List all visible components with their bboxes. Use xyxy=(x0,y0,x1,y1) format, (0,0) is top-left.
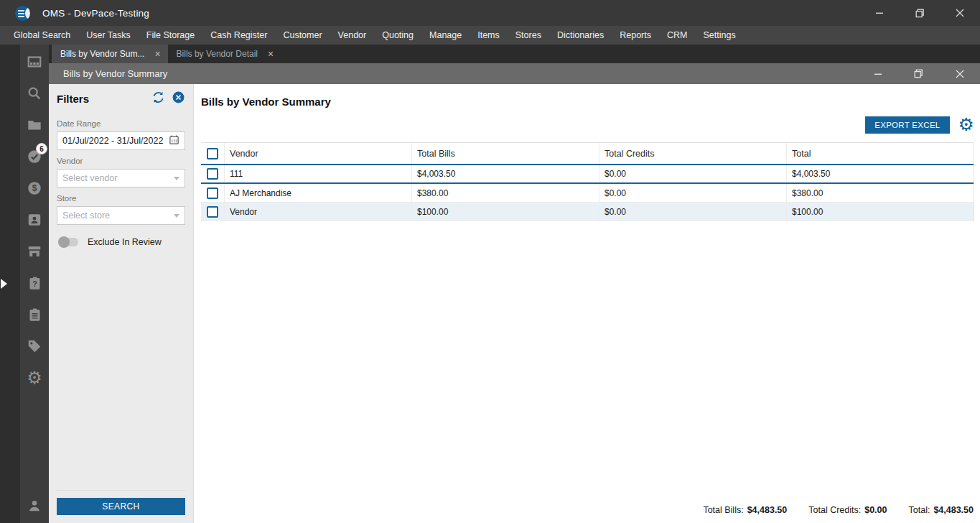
total-bills-value: $4,483.50 xyxy=(747,505,788,515)
sidebar-item-orders[interactable] xyxy=(20,299,49,330)
table-row[interactable]: AJ Merchandise$380.00$0.00$380.00 xyxy=(201,184,974,203)
left-sidebar: 6 $ xyxy=(0,45,49,523)
sidebar-item-settings[interactable]: ⚙ xyxy=(20,362,49,394)
menu-item-crm[interactable]: CRM xyxy=(659,27,695,43)
sidebar-item-help-tasks[interactable]: ? xyxy=(20,267,49,299)
money-icon: $ xyxy=(27,180,42,196)
tab-close-icon[interactable]: × xyxy=(154,49,160,59)
inner-window-titlebar: Bills by Vendor Summary xyxy=(49,63,980,84)
tab-bills-by-vendor-detail[interactable]: Bills by Vendor Detail× xyxy=(168,45,281,63)
clipboard-question-icon: ? xyxy=(27,276,42,291)
export-excel-button[interactable]: EXPORT EXCEL xyxy=(865,116,949,134)
menu-item-quoting[interactable]: Quoting xyxy=(374,27,421,43)
sidebar-item-stores[interactable] xyxy=(20,236,49,267)
menu-item-cash-register[interactable]: Cash Register xyxy=(202,27,275,43)
sidebar-item-profile[interactable] xyxy=(20,490,49,522)
clear-filters-icon[interactable] xyxy=(172,91,185,107)
table-cell: $100.00 xyxy=(411,203,599,221)
tag-icon xyxy=(27,338,42,354)
calendar-icon[interactable] xyxy=(169,134,179,147)
store-select-placeholder: Select store xyxy=(62,210,174,221)
inner-restore-button[interactable] xyxy=(898,63,939,84)
menu-item-customer[interactable]: Customer xyxy=(275,27,330,43)
tab-close-icon[interactable]: × xyxy=(268,49,274,59)
sidebar-item-files[interactable] xyxy=(20,109,49,141)
window-titlebar: OMS - DevPace-Testing xyxy=(0,0,980,26)
menu-item-global-search[interactable]: Global Search xyxy=(6,27,78,43)
svg-text:$: $ xyxy=(32,183,37,193)
sidebar-item-tags[interactable] xyxy=(20,330,49,362)
select-all-checkbox[interactable] xyxy=(201,143,224,164)
total-credits-value: $0.00 xyxy=(864,505,887,515)
menu-item-vendor[interactable]: Vendor xyxy=(330,27,375,43)
sidebar-item-money[interactable]: $ xyxy=(20,172,49,204)
gear-icon: ⚙ xyxy=(27,369,42,387)
sidebar-item-dashboard[interactable] xyxy=(20,46,49,78)
minimize-button[interactable] xyxy=(859,0,900,26)
document-tab-bar: Bills by Vendor Sum...×Bills by Vendor D… xyxy=(49,45,980,63)
svg-text:?: ? xyxy=(32,279,37,287)
vendor-select-placeholder: Select vendor xyxy=(62,173,174,183)
menu-item-items[interactable]: Items xyxy=(470,27,508,43)
close-button[interactable] xyxy=(940,0,980,26)
search-icon xyxy=(27,85,42,101)
table-row[interactable]: Vendor$100.00$0.00$100.00 xyxy=(201,203,974,221)
user-icon xyxy=(27,498,42,514)
table-cell: $0.00 xyxy=(599,184,786,202)
menu-item-dictionaries[interactable]: Dictionaries xyxy=(549,27,612,43)
table-cell: Vendor xyxy=(224,203,411,221)
column-header-vendor[interactable]: Vendor xyxy=(224,143,411,164)
report-toolbar: EXPORT EXCEL ⚙ xyxy=(201,116,974,134)
search-button[interactable]: SEARCH xyxy=(57,498,185,515)
vendor-select[interactable]: Select vendor xyxy=(57,169,185,188)
total-credits-label: Total Credits: xyxy=(808,505,861,515)
sidebar-item-tasks[interactable]: 6 xyxy=(20,141,49,172)
table-cell: AJ Merchandise xyxy=(224,184,411,202)
inner-window-controls xyxy=(857,63,980,84)
menu-item-settings[interactable]: Settings xyxy=(695,27,743,43)
chevron-down-icon xyxy=(174,214,179,218)
table-cell: $0.00 xyxy=(599,203,786,221)
panel-expander-arrow[interactable] xyxy=(1,279,7,289)
tasks-count-badge: 6 xyxy=(36,143,47,154)
table-header-row: VendorTotal BillsTotal CreditsTotal xyxy=(201,143,974,164)
totals-footer: Total Bills: $4,483.50 Total Credits: $0… xyxy=(703,505,974,515)
row-checkbox[interactable] xyxy=(201,165,224,182)
column-header-total-credits[interactable]: Total Credits xyxy=(599,143,786,164)
table-cell: $4,003.50 xyxy=(786,165,974,182)
menu-item-stores[interactable]: Stores xyxy=(508,27,549,43)
checkbox-icon xyxy=(207,188,218,199)
chevron-down-icon xyxy=(174,177,179,180)
table-cell: $380.00 xyxy=(786,184,974,202)
refresh-icon[interactable] xyxy=(151,91,165,107)
grid-settings-gear-icon[interactable]: ⚙ xyxy=(958,116,974,134)
inner-minimize-button[interactable] xyxy=(857,63,898,84)
toggle-knob xyxy=(58,236,70,248)
menu-item-reports[interactable]: Reports xyxy=(612,27,659,43)
menu-item-user-tasks[interactable]: User Tasks xyxy=(78,27,139,43)
menu-item-manage[interactable]: Manage xyxy=(421,27,470,43)
table-row[interactable]: 111$4,003.50$0.00$4,003.50 xyxy=(201,164,974,184)
inner-close-button[interactable] xyxy=(939,63,980,84)
app-logo-icon xyxy=(15,6,30,21)
date-range-input[interactable]: 01/Jul/2022 - 31/Jul/2022 xyxy=(57,131,185,150)
row-checkbox[interactable] xyxy=(201,184,224,202)
filters-title: Filters xyxy=(57,93,89,105)
window-title: OMS - DevPace-Testing xyxy=(42,8,149,19)
exclude-in-review-toggle[interactable] xyxy=(58,238,78,246)
menu-item-file-storage[interactable]: File Storage xyxy=(139,27,202,43)
tab-bills-by-vendor-sum[interactable]: Bills by Vendor Sum...× xyxy=(52,45,168,63)
store-icon xyxy=(27,244,42,259)
sidebar-item-contacts[interactable] xyxy=(20,204,49,236)
table-cell: $380.00 xyxy=(411,184,599,202)
tab-label: Bills by Vendor Sum... xyxy=(60,49,144,59)
row-checkbox[interactable] xyxy=(201,203,224,221)
table-cell: 111 xyxy=(224,165,411,182)
store-select[interactable]: Select store xyxy=(57,206,185,225)
column-header-total-bills[interactable]: Total Bills xyxy=(411,143,599,164)
main-menu-bar: Global SearchUser TasksFile StorageCash … xyxy=(0,26,980,45)
exclude-in-review-label: Exclude In Review xyxy=(88,237,162,247)
column-header-total[interactable]: Total xyxy=(786,143,974,164)
restore-button[interactable] xyxy=(900,0,940,26)
sidebar-item-search[interactable] xyxy=(20,78,49,109)
